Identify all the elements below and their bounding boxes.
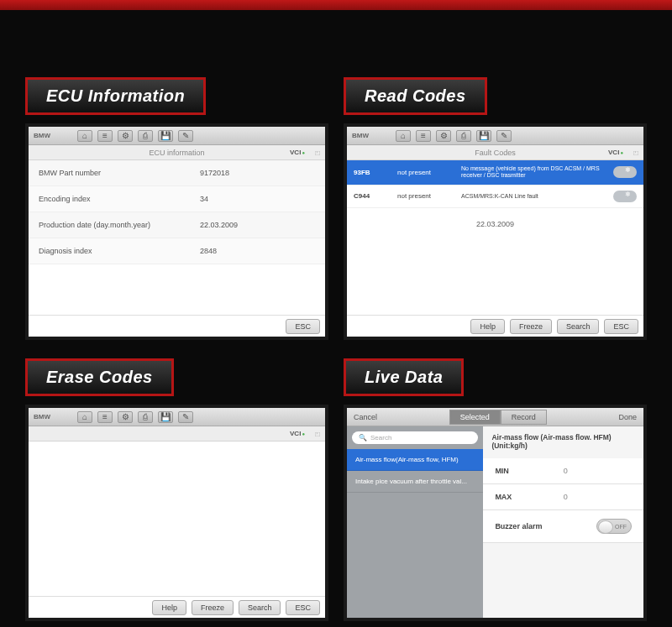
buzzer-switch[interactable]: OFF bbox=[596, 519, 632, 534]
home-icon[interactable]: ⌂ bbox=[77, 411, 92, 423]
live-list-item[interactable]: Air-mass flow(Air-mass flow, HFM) bbox=[347, 449, 483, 471]
esc-button[interactable]: ESC bbox=[286, 600, 320, 615]
save-icon[interactable]: 💾 bbox=[158, 411, 173, 423]
search-button[interactable]: Search bbox=[557, 319, 600, 334]
panel-title-frame: Read Codes bbox=[344, 77, 487, 115]
freeze-button[interactable]: Freeze bbox=[192, 600, 234, 615]
fault-code: C944 bbox=[354, 192, 392, 200]
erase-subheader: VCI ⏍ bbox=[29, 426, 325, 442]
esc-button[interactable]: ESC bbox=[604, 319, 638, 334]
save-icon[interactable]: 💾 bbox=[476, 130, 491, 142]
panel-title: Erase Codes bbox=[46, 368, 153, 387]
panel-live-data: Live Data Cancel Selected Record Done 🔍 … bbox=[344, 358, 647, 621]
tree-icon[interactable]: ≡ bbox=[97, 411, 113, 423]
edit-icon[interactable]: ✎ bbox=[496, 130, 512, 142]
fault-status: not present bbox=[397, 192, 456, 200]
ecu-row-label: Production date (day.month.year) bbox=[39, 221, 200, 229]
read-screen: BMW ⌂ ≡ ⚙ ⎙ 💾 ✎ Fault Codes VCI ⏍ 93FB n bbox=[344, 123, 647, 340]
toolbar-brand: BMW bbox=[352, 132, 387, 139]
erase-screen: BMW ⌂ ≡ ⚙ ⎙ 💾 ✎ VCI ⏍ Help Freeze Sea bbox=[25, 405, 328, 621]
toolbar-icons: ⌂ ≡ ⚙ ⎙ 💾 ✎ bbox=[77, 411, 193, 423]
cancel-button[interactable]: Cancel bbox=[354, 413, 377, 421]
tab-selected[interactable]: Selected bbox=[449, 410, 501, 425]
buzzer-row: Buzzer alarm OFF bbox=[483, 510, 643, 543]
home-icon[interactable]: ⌂ bbox=[396, 130, 411, 142]
done-button[interactable]: Done bbox=[618, 413, 637, 421]
toolbar-icons: ⌂ ≡ ⚙ ⎙ 💾 ✎ bbox=[396, 130, 512, 142]
print-icon[interactable]: ⎙ bbox=[138, 130, 153, 142]
ecu-row-label: Encoding index bbox=[39, 195, 200, 203]
edit-icon[interactable]: ✎ bbox=[178, 130, 193, 142]
fault-code-row[interactable]: C944 not present ACSM/MRS:K-CAN Line fau… bbox=[347, 185, 643, 208]
freeze-button[interactable]: Freeze bbox=[510, 319, 552, 334]
live-search[interactable]: 🔍 Search bbox=[352, 431, 478, 444]
read-subheader-text: Fault Codes bbox=[475, 149, 516, 157]
ecu-content: BMW Part number 9172018 Encoding index 3… bbox=[29, 160, 325, 315]
live-max-row[interactable]: MAX 0 bbox=[483, 484, 643, 510]
tree-icon[interactable]: ≡ bbox=[416, 130, 431, 142]
vci-indicator: VCI bbox=[290, 149, 305, 156]
print-icon[interactable]: ⎙ bbox=[456, 130, 471, 142]
freeze-toggle[interactable] bbox=[613, 191, 637, 202]
search-placeholder: Search bbox=[370, 434, 391, 442]
panel-grid: ECU Information BMW ⌂ ≡ ⚙ ⎙ 💾 ✎ ECU info… bbox=[0, 10, 672, 627]
fault-date: 22.03.2009 bbox=[347, 208, 643, 240]
fault-code-row[interactable]: 93FB not present No message (vehicle spe… bbox=[347, 160, 643, 185]
camera-icon[interactable]: ⏍ bbox=[315, 429, 320, 438]
live-screen: Cancel Selected Record Done 🔍 Search Air… bbox=[344, 405, 647, 621]
ecu-row: BMW Part number 9172018 bbox=[29, 160, 325, 186]
gear-icon[interactable]: ⚙ bbox=[118, 130, 133, 142]
live-min-row[interactable]: MIN 0 bbox=[483, 458, 643, 484]
help-button[interactable]: Help bbox=[470, 319, 505, 334]
camera-icon[interactable]: ⏍ bbox=[633, 148, 638, 157]
live-left-list: 🔍 Search Air-mass flow(Air-mass flow, HF… bbox=[347, 426, 483, 618]
erase-footer: Help Freeze Search ESC bbox=[29, 596, 325, 618]
tree-icon[interactable]: ≡ bbox=[97, 130, 113, 142]
buzzer-label: Buzzer alarm bbox=[495, 522, 542, 530]
ecu-row: Production date (day.month.year) 22.03.2… bbox=[29, 212, 325, 238]
ecu-row-label: Diagnosis index bbox=[39, 247, 200, 255]
search-icon: 🔍 bbox=[359, 434, 367, 442]
panel-erase-codes: Erase Codes BMW ⌂ ≡ ⚙ ⎙ 💾 ✎ VCI ⏍ bbox=[25, 358, 328, 621]
live-topbar: Cancel Selected Record Done bbox=[347, 408, 643, 426]
camera-icon[interactable]: ⏍ bbox=[315, 148, 320, 157]
app-toolbar: BMW ⌂ ≡ ⚙ ⎙ 💾 ✎ bbox=[347, 127, 643, 145]
ecu-row-label: BMW Part number bbox=[39, 169, 200, 177]
ecu-screen: BMW ⌂ ≡ ⚙ ⎙ 💾 ✎ ECU information VCI ⏍ BM… bbox=[25, 123, 328, 340]
ecu-row-value: 9172018 bbox=[200, 169, 315, 177]
ecu-subheader: ECU information VCI ⏍ bbox=[29, 145, 325, 160]
live-body: 🔍 Search Air-mass flow(Air-mass flow, HF… bbox=[347, 426, 643, 618]
panel-read-codes: Read Codes BMW ⌂ ≡ ⚙ ⎙ 💾 ✎ Fault Codes V… bbox=[344, 77, 647, 340]
edit-icon[interactable]: ✎ bbox=[178, 411, 193, 423]
app-toolbar: BMW ⌂ ≡ ⚙ ⎙ 💾 ✎ bbox=[29, 408, 325, 426]
esc-button[interactable]: ESC bbox=[286, 319, 320, 334]
print-icon[interactable]: ⎙ bbox=[138, 411, 153, 423]
app-toolbar: BMW ⌂ ≡ ⚙ ⎙ 💾 ✎ bbox=[29, 127, 325, 145]
home-icon[interactable]: ⌂ bbox=[77, 130, 92, 142]
live-detail-title: Air-mass flow (Air-mass flow. HFM)(Unit:… bbox=[491, 433, 635, 450]
ecu-subheader-text: ECU information bbox=[149, 149, 204, 157]
panel-title: ECU Information bbox=[46, 86, 185, 106]
search-button[interactable]: Search bbox=[239, 600, 281, 615]
vci-indicator: VCI bbox=[290, 430, 305, 437]
ecu-footer: ESC bbox=[29, 315, 325, 337]
ecu-row: Encoding index 34 bbox=[29, 186, 325, 212]
min-label: MIN bbox=[495, 467, 563, 475]
ecu-row-value: 34 bbox=[200, 195, 315, 203]
fault-status: not present bbox=[397, 169, 456, 176]
gear-icon[interactable]: ⚙ bbox=[118, 411, 133, 423]
freeze-toggle[interactable] bbox=[613, 166, 637, 178]
live-right-detail: Air-mass flow (Air-mass flow. HFM)(Unit:… bbox=[483, 426, 643, 618]
gear-icon[interactable]: ⚙ bbox=[436, 130, 451, 142]
panel-title-frame: ECU Information bbox=[25, 77, 206, 115]
tab-record[interactable]: Record bbox=[501, 410, 547, 425]
max-value: 0 bbox=[564, 493, 632, 501]
read-content: 93FB not present No message (vehicle spe… bbox=[347, 160, 643, 315]
help-button[interactable]: Help bbox=[152, 600, 186, 615]
toolbar-brand: BMW bbox=[34, 413, 69, 421]
live-list-item[interactable]: Intake pice vacuum after throttle val... bbox=[347, 471, 483, 493]
toolbar-icons: ⌂ ≡ ⚙ ⎙ 💾 ✎ bbox=[77, 130, 193, 142]
panel-title-frame: Erase Codes bbox=[25, 358, 174, 396]
save-icon[interactable]: 💾 bbox=[158, 130, 173, 142]
panel-title: Read Codes bbox=[365, 86, 466, 106]
